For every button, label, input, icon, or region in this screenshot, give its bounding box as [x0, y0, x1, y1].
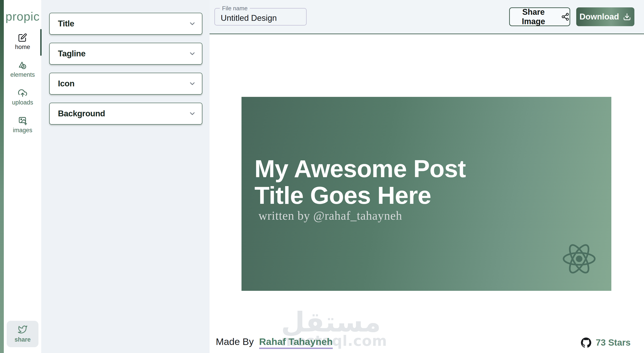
icon-sidebar: propic home elements uploads images sha: [4, 0, 42, 353]
download-icon: [623, 13, 631, 21]
sidebar-item-elements[interactable]: elements: [4, 61, 41, 78]
made-by-label: Made By: [216, 336, 254, 347]
accordion-title[interactable]: Title: [49, 13, 202, 35]
github-stars[interactable]: 73 Stars: [581, 337, 630, 348]
share-image-label: Share Image: [510, 8, 557, 26]
twitter-icon: [18, 325, 27, 334]
design-title: My Awesome Post Title Goes Here: [254, 155, 466, 209]
react-logo-icon: [560, 242, 598, 276]
sidebar-item-images[interactable]: images: [4, 116, 41, 134]
chevron-down-icon[interactable]: [188, 110, 196, 117]
edit-icon: [18, 33, 27, 42]
app-window: propic home elements uploads images sha: [0, 0, 644, 353]
settings-panel: Title Tagline Icon Background: [42, 0, 210, 353]
sidebar-item-label: home: [15, 44, 30, 51]
watermark-arabic: مستقل: [281, 308, 364, 336]
github-icon: [581, 337, 591, 348]
shapes-icon: [18, 61, 27, 70]
design-preview[interactable]: My Awesome Post Title Goes Here written …: [242, 97, 611, 291]
topbar: File name Share Image Download: [210, 0, 644, 34]
sidebar-item-uploads[interactable]: uploads: [4, 89, 41, 106]
image-add-icon: [18, 116, 27, 125]
canvas-area: My Awesome Post Title Goes Here written …: [210, 34, 644, 353]
author-link[interactable]: Rahaf Tahayneh: [259, 336, 333, 349]
design-title-line2: Title Goes Here: [254, 182, 466, 209]
accordion-background[interactable]: Background: [49, 103, 202, 125]
topbar-actions: Share Image Download: [509, 8, 634, 26]
download-button[interactable]: Download: [576, 8, 634, 26]
share-image-button[interactable]: Share Image: [509, 8, 570, 26]
accordion-label: Icon: [58, 79, 74, 88]
sidebar-item-label: elements: [10, 71, 35, 78]
share-nodes-icon: [561, 13, 570, 21]
accordion-icon[interactable]: Icon: [49, 73, 202, 95]
footer-row: Made By Rahaf Tahayneh 73 Stars: [216, 336, 630, 349]
main-area: File name Share Image Download My Awesom…: [210, 0, 644, 353]
stars-label: 73 Stars: [596, 337, 630, 348]
share-button-label: share: [14, 336, 31, 343]
sidebar-item-home[interactable]: home: [4, 33, 41, 51]
sidebar-item-label: uploads: [12, 99, 33, 106]
active-indicator: [40, 29, 42, 56]
app-logo: propic: [5, 10, 40, 23]
share-button[interactable]: share: [7, 321, 38, 347]
sidebar-nav: home elements uploads images: [4, 33, 41, 134]
sidebar-gradient-strip: [0, 0, 4, 353]
accordion-label: Title: [58, 19, 74, 29]
chevron-down-icon[interactable]: [188, 80, 196, 88]
cloud-upload-icon: [18, 89, 27, 98]
accordion-label: Background: [58, 109, 105, 118]
accordion-label: Tagline: [58, 49, 86, 58]
sidebar-item-label: images: [13, 127, 32, 134]
made-by: Made By Rahaf Tahayneh: [216, 336, 333, 349]
file-name-label: File name: [220, 5, 250, 12]
design-title-line1: My Awesome Post: [254, 155, 466, 182]
file-name-field: File name: [214, 8, 306, 26]
chevron-down-icon[interactable]: [188, 50, 196, 58]
chevron-down-icon[interactable]: [188, 20, 196, 28]
design-byline: written by @rahaf_tahayneh: [258, 209, 402, 223]
accordion-tagline[interactable]: Tagline: [49, 43, 202, 65]
download-label: Download: [580, 12, 619, 22]
